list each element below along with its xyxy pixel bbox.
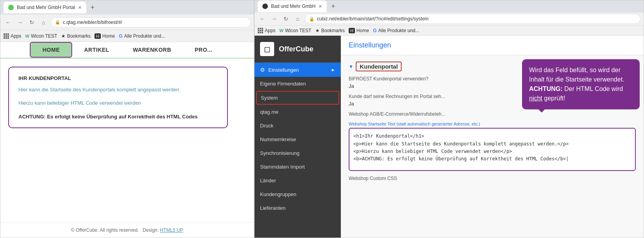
left-bookmarks-bar: Apps W Wicon TEST ★ Bookmarks H Home G A…: [0, 30, 254, 42]
sidebar-item-stammdaten[interactable]: Stammdaten Import: [255, 160, 341, 174]
sidebar-item-qtag-label: qtag.me: [260, 109, 278, 115]
sidebar-item-firmendaten[interactable]: Eigene Firmendaten: [255, 77, 341, 91]
sidebar-item-einstellungen-left: ⚙ Einstellungen: [260, 67, 299, 73]
settings-panel: Einstellungen Wird das Feld befüllt, so …: [341, 36, 644, 238]
sidebar-item-laender-label: Länder: [260, 178, 276, 183]
right-apps-bookmark[interactable]: Apps: [258, 28, 275, 33]
right-google-bookmark[interactable]: G Alle Produkte und...: [373, 28, 419, 33]
right-wicon-icon: W: [279, 28, 283, 33]
sidebar-item-einstellungen[interactable]: ⚙ Einstellungen ►: [255, 63, 341, 77]
footer-design-label: Design:: [143, 227, 159, 233]
sidebar-logo: ◻ OfferCube: [255, 36, 341, 63]
sidebar-item-system-label: System: [261, 95, 278, 101]
left-footer: © OfferCube. All rights reserved. Design…: [0, 222, 254, 238]
back-button[interactable]: ←: [4, 18, 13, 27]
field-agb: Webshop AGB/E-Commerce/Widerrufsbeleh...: [349, 111, 636, 117]
home-nav-button[interactable]: ⌂: [39, 18, 48, 27]
nav-warenkorb[interactable]: WARENKORB: [121, 43, 183, 57]
right-wicon-bookmark[interactable]: W Wicon TEST: [279, 28, 311, 33]
sidebar-item-druck[interactable]: Druck: [255, 119, 341, 133]
google-label: Alle Produkte und...: [124, 33, 165, 39]
gear-icon: ⚙: [260, 67, 265, 73]
panel-body[interactable]: Wird das Feld befüllt, so wird der Inhal…: [341, 55, 644, 238]
sidebar-item-lieferanten[interactable]: Lieferanten: [255, 201, 341, 215]
nav-more[interactable]: PRO...: [183, 43, 224, 57]
right-home-label: Home: [357, 28, 369, 33]
right-browser-window: Bad und Mehr GmbH ✕ + ← → ↻ ⌂ 🔒 cubiz.ne…: [254, 0, 644, 238]
right-apps-label: Apps: [265, 28, 275, 33]
left-page-body: IHR KUNDENPORTAL Hier kann die Startseit…: [0, 59, 254, 222]
sidebar-item-laender[interactable]: Länder: [255, 174, 341, 187]
right-content-area: ◻ OfferCube ⚙ Einstellungen ► Eigene Fir…: [255, 36, 644, 238]
right-google-label: Alle Produkte und...: [378, 28, 419, 33]
footer-design-link[interactable]: HTML5 UP: [160, 227, 183, 233]
right-bookmarks-bar: Apps W Wicon TEST ★ Bookmarks H Home G A…: [255, 26, 644, 36]
forward-button[interactable]: →: [15, 18, 25, 27]
star-icon: ★: [61, 33, 65, 39]
right-reload-button[interactable]: ↻: [281, 14, 291, 24]
nav-artikel[interactable]: ARTIKEL: [72, 43, 121, 57]
left-tab-close[interactable]: ✕: [78, 5, 82, 10]
sidebar-menu: ⚙ Einstellungen ► Eigene Firmendaten Sys…: [255, 63, 341, 238]
right-bookmarks-label: Bookmarks: [321, 28, 345, 33]
right-url-text: cubiz.net/eibler/b/main/start/?nc#/edit/…: [317, 16, 429, 22]
bookmarks-bookmark[interactable]: ★ Bookmarks: [61, 33, 91, 39]
portal-card-warning: ACHTUNG: Es erfolgt keine Überprüfung au…: [18, 114, 218, 120]
right-home-bookmark[interactable]: H Home: [349, 28, 369, 33]
left-new-tab-button[interactable]: +: [88, 3, 97, 12]
left-tab-title: Bad und Mehr GmbH Portal: [17, 5, 75, 10]
left-address-bar: ← → ↻ ⌂ 🔒 c.qtag.me/eibler/b/bifroest/#/: [0, 15, 254, 30]
right-bookmarks-bookmark[interactable]: ★ Bookmarks: [315, 28, 345, 33]
callout-tooltip: Wird das Feld befüllt, so wird der Inhal…: [522, 59, 640, 109]
sidebar-item-nummernkreise[interactable]: Nummernkreise: [255, 133, 341, 146]
right-star-icon: ★: [315, 28, 320, 33]
right-apps-grid-icon: [258, 28, 263, 33]
textarea-section: Webshop Startseite Text (statt automatis…: [349, 122, 636, 171]
google-icon: G: [119, 33, 122, 39]
sidebar-item-kundengruppen-label: Kundengruppen: [260, 191, 297, 197]
sidebar-item-system[interactable]: System: [256, 91, 339, 105]
panel-header-title: Einstellungen: [349, 41, 391, 49]
right-back-button[interactable]: ←: [258, 14, 267, 24]
webshop-css-label: Webshop Custom CSS: [349, 176, 636, 181]
google-bookmark[interactable]: G Alle Produkte und...: [119, 33, 165, 39]
right-address-bar: ← → ↻ ⌂ 🔒 cubiz.net/eibler/b/main/start/…: [255, 13, 644, 26]
right-tab-title: Bad und Mehr GmbH: [271, 4, 315, 9]
right-active-tab[interactable]: Bad und Mehr GmbH ✕: [258, 0, 327, 12]
tab-favicon: [8, 5, 14, 10]
wicon-bookmark[interactable]: W Wicon TEST: [25, 33, 57, 39]
left-site: HOME ARTIKEL WARENKORB PRO... IHR KUNDEN…: [0, 42, 254, 238]
chevron-right-icon: ►: [331, 67, 335, 72]
nav-home[interactable]: HOME: [30, 42, 72, 58]
sidebar-item-synchronisierung[interactable]: Synchronisierung: [255, 146, 341, 160]
html-code-textarea[interactable]: <h1>Ihr Kundenportal</h1><p>Hier kann di…: [349, 128, 636, 171]
sidebar: ◻ OfferCube ⚙ Einstellungen ► Eigene Fir…: [255, 36, 341, 238]
portal-card-text2: Hierzu kann beliebiger HTML Code verwend…: [18, 100, 218, 106]
left-tab-bar: Bad und Mehr GmbH Portal ✕ +: [0, 0, 254, 15]
left-url-text: c.qtag.me/eibler/b/bifroest/#/: [63, 20, 122, 25]
right-forward-button[interactable]: →: [269, 14, 279, 24]
portal-card-title: IHR KUNDENPORTAL: [18, 75, 218, 81]
left-url-bar[interactable]: 🔒 c.qtag.me/eibler/b/bifroest/#/: [51, 17, 251, 27]
apps-bookmark[interactable]: Apps: [4, 33, 21, 39]
sidebar-item-kundengruppen[interactable]: Kundengruppen: [255, 187, 341, 201]
callout-text-part1: Wird das Feld befüllt, so wird der Inhal…: [529, 67, 624, 102]
panel-header: Einstellungen: [341, 36, 644, 55]
apps-label: Apps: [11, 33, 21, 39]
sidebar-item-lieferanten-label: Lieferanten: [260, 205, 286, 211]
sidebar-item-qtag[interactable]: qtag.me: [255, 105, 341, 119]
right-home-button[interactable]: ⌂: [293, 14, 302, 24]
site-navigation: HOME ARTIKEL WARENKORB PRO...: [0, 42, 254, 59]
right-tab-close[interactable]: ✕: [318, 4, 322, 9]
footer-copyright: © OfferCube. All rights reserved.: [71, 227, 139, 233]
right-url-bar[interactable]: 🔒 cubiz.net/eibler/b/main/start/?nc#/edi…: [305, 14, 640, 24]
left-browser-window: Bad und Mehr GmbH Portal ✕ + ← → ↻ ⌂ 🔒 c…: [0, 0, 254, 238]
right-new-tab-button[interactable]: +: [328, 2, 338, 11]
portal-card: IHR KUNDENPORTAL Hier kann die Startseit…: [8, 67, 228, 128]
left-page-content: HOME ARTIKEL WARENKORB PRO... IHR KUNDEN…: [0, 42, 254, 238]
left-active-tab[interactable]: Bad und Mehr GmbH Portal ✕: [4, 2, 86, 13]
home-bookmark[interactable]: H Home: [95, 33, 115, 39]
field-agb-label: Webshop AGB/E-Commerce/Widerrufsbeleh...: [349, 111, 636, 117]
section-chevron-icon: ▼: [349, 64, 353, 69]
reload-button[interactable]: ↻: [27, 18, 36, 27]
